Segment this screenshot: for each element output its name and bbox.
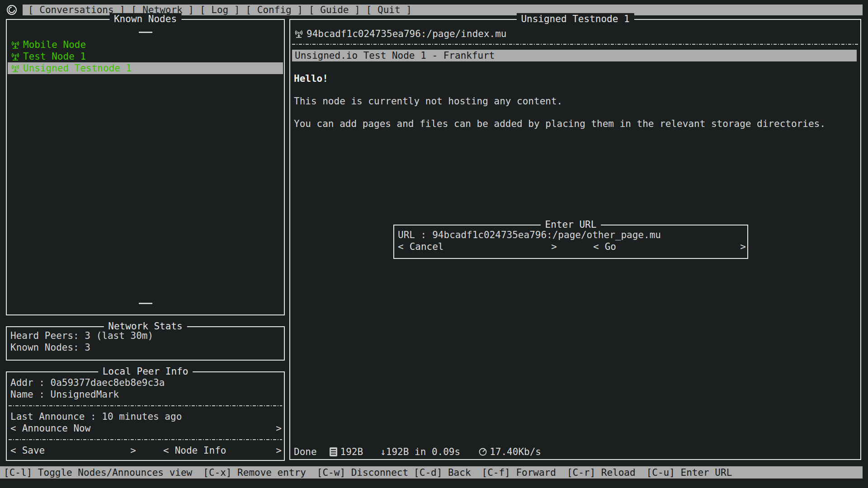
divider bbox=[9, 405, 282, 406]
url-input-label: URL : bbox=[398, 229, 426, 241]
browser-title: Unsigned Testnode 1 bbox=[516, 13, 634, 25]
list-scroll-indicator-top bbox=[139, 32, 152, 33]
known-nodes-stat: Known Nodes: 3 bbox=[10, 342, 90, 353]
divider bbox=[9, 439, 282, 440]
node-list-item-label: Test Node 1 bbox=[23, 51, 86, 62]
node-list-item-label: Unsigned Testnode 1 bbox=[23, 62, 132, 74]
transfer-status-bar: Done 192B ↓192B in 0.09s 17.40Kb/s bbox=[294, 446, 541, 458]
url-input-row: URL : 94bcadf1c024735ea796:/page/other_p… bbox=[398, 229, 661, 241]
menu-item-quit[interactable]: [ Quit ] bbox=[366, 4, 412, 16]
page-paragraph: You can add pages and files can be added… bbox=[294, 118, 826, 130]
menu-item-log[interactable]: [ Log ] bbox=[200, 4, 240, 16]
page-heading: Hello! bbox=[294, 73, 328, 84]
cancel-button[interactable]: < Cancel > bbox=[398, 241, 557, 253]
last-announce-line: Last Announce : 10 minutes ago bbox=[10, 411, 182, 422]
peer-address-line: Addr : 0a59377daec8eb8e9c3a bbox=[10, 377, 165, 389]
menu-item-config[interactable]: [ Config ] bbox=[246, 4, 303, 16]
shortcut-back: [C-d] Back bbox=[414, 467, 471, 479]
peer-name-line: Name : UnsignedMark bbox=[10, 389, 119, 400]
shortcut-remove-entry: [C-x] Remove entry bbox=[203, 467, 306, 479]
radio-antenna-icon bbox=[10, 52, 20, 61]
save-button[interactable]: < Save > bbox=[10, 445, 136, 456]
shortcut-bar: [C-l] Toggle Nodes/Announces view [C-x] … bbox=[0, 466, 863, 479]
page-paragraph: This node is currently not hosting any c… bbox=[294, 95, 562, 107]
page-banner: Unsigned.io Test Node 1 - Frankfurt bbox=[292, 50, 857, 61]
enter-url-dialog: Enter URL URL : 94bcadf1c024735ea796:/pa… bbox=[393, 225, 748, 259]
shortcut-disconnect: [C-w] Disconnect bbox=[317, 467, 408, 479]
announce-now-button[interactable]: < Announce Now > bbox=[10, 422, 282, 434]
local-peer-info-title: Local Peer Info bbox=[98, 366, 193, 377]
divider bbox=[292, 44, 859, 45]
known-nodes-title: Known Nodes bbox=[109, 13, 181, 25]
speed-gauge-icon bbox=[478, 447, 487, 456]
status-speed: 17.40Kb/s bbox=[490, 446, 541, 458]
status-size: 192B bbox=[340, 446, 363, 458]
go-button[interactable]: < Go > bbox=[593, 241, 746, 253]
shortcut-reload: [C-r] Reload bbox=[567, 467, 636, 479]
document-size-icon bbox=[330, 447, 337, 456]
shortcut-forward: [C-f] Forward bbox=[482, 467, 556, 479]
radio-antenna-icon bbox=[10, 63, 20, 73]
url-input-field[interactable]: 94bcadf1c024735ea796:/page/other_page.mu bbox=[432, 229, 661, 241]
radio-antenna-icon bbox=[294, 29, 304, 39]
known-nodes-panel: Known Nodes Mobile Node bbox=[6, 19, 285, 315]
network-stats-panel: Network Stats Heard Peers: 3 (last 30m) … bbox=[6, 326, 285, 361]
nomadnet-app: [ Conversations ] [ Network ] [ Log ] [ … bbox=[0, 0, 868, 488]
menu-item-guide[interactable]: [ Guide ] bbox=[309, 4, 360, 16]
current-url-text: 94bcadf1c024735ea796:/page/index.mu bbox=[307, 28, 507, 40]
radio-antenna-icon bbox=[10, 40, 20, 50]
node-list-item-test-node-1[interactable]: Test Node 1 bbox=[8, 51, 283, 62]
app-logo-icon bbox=[5, 4, 19, 16]
current-url-bar: 94bcadf1c024735ea796:/page/index.mu bbox=[294, 28, 507, 40]
node-list-item-unsigned-testnode-1[interactable]: Unsigned Testnode 1 bbox=[8, 62, 283, 74]
heard-peers-stat: Heard Peers: 3 (last 30m) bbox=[10, 330, 153, 342]
local-peer-info-panel: Local Peer Info Addr : 0a59377daec8eb8e9… bbox=[6, 371, 285, 461]
shortcut-toggle-view: [C-l] Toggle Nodes/Announces view bbox=[4, 467, 192, 479]
status-state: Done bbox=[294, 446, 317, 458]
list-scroll-indicator-bottom bbox=[139, 303, 152, 304]
node-list-item-label: Mobile Node bbox=[23, 39, 86, 51]
shortcut-enter-url: [C-u] Enter URL bbox=[646, 467, 732, 479]
node-info-button[interactable]: < Node Info > bbox=[163, 445, 282, 456]
node-list-item-mobile-node[interactable]: Mobile Node bbox=[8, 39, 283, 51]
status-transfer: ↓192B in 0.09s bbox=[380, 446, 460, 458]
